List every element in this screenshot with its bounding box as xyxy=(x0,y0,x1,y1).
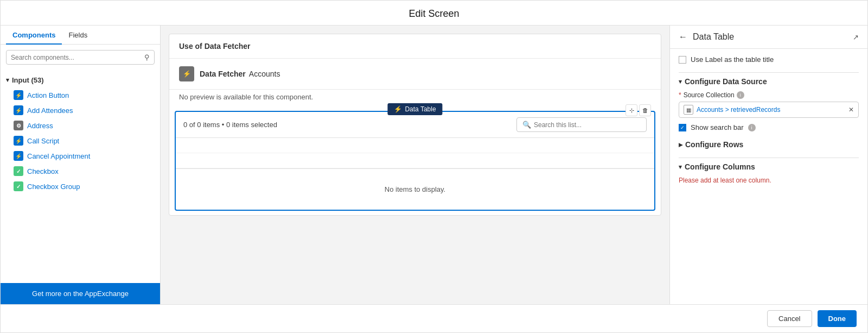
right-panel-content: Use Label as the table title ▾ Configure… xyxy=(670,49,867,304)
chevron-down-icon: ▾ xyxy=(679,164,682,171)
table-rows-area xyxy=(176,138,654,169)
list-item[interactable]: ⚙ Address xyxy=(1,118,160,133)
list-item[interactable]: ⚡ Cancel Appointment xyxy=(1,148,160,164)
data-table-label: ⚡ Data Table xyxy=(387,103,442,115)
search-list-input[interactable] xyxy=(534,121,641,129)
components-list: ▾ Input (53) ⚡ Action Button ⚡ Add Atten… xyxy=(1,70,160,283)
search-list-box[interactable]: 🔍 xyxy=(516,117,647,132)
show-search-bar-row: ✓ Show search bar i xyxy=(679,123,859,131)
show-search-bar-label: Show search bar xyxy=(691,123,744,131)
empty-row xyxy=(176,153,654,168)
tab-components[interactable]: Components xyxy=(6,26,62,45)
done-button[interactable]: Done xyxy=(818,310,857,327)
action-button-icon: ⚡ xyxy=(14,90,23,100)
right-panel: ← Data Table ↗ Use Label as the table ti… xyxy=(669,26,867,304)
use-label-checkbox[interactable] xyxy=(679,56,686,64)
right-panel-title: Data Table xyxy=(693,32,847,42)
data-table-header-row: 0 of 0 items • 0 items selected 🔍 xyxy=(176,112,654,138)
appexchange-banner[interactable]: Get more on the AppExchange xyxy=(1,283,160,304)
collection-value: Accounts > retrievedRecords xyxy=(697,106,845,114)
expand-icon[interactable]: ↗ xyxy=(853,33,859,41)
back-arrow-icon[interactable]: ← xyxy=(679,32,687,42)
list-item[interactable]: ⚡ Add Attendees xyxy=(1,103,160,118)
configure-columns-title[interactable]: ▾ Configure Columns xyxy=(679,162,859,171)
cancel-appointment-icon: ⚡ xyxy=(14,151,23,161)
divider xyxy=(679,158,859,158)
search-box[interactable]: ⚲ xyxy=(6,50,155,65)
data-table-toolbar: ⊹ 🗑 xyxy=(626,104,651,116)
list-item[interactable]: ✓ Checkbox xyxy=(1,164,160,179)
screen-section: Use of Data Fetcher ⚡ Data Fetcher Accou… xyxy=(169,34,661,216)
modal-title: Edit Screen xyxy=(409,8,459,19)
required-star: * xyxy=(679,91,681,99)
configure-columns-error: Please add at least one column. xyxy=(679,177,859,184)
search-icon: ⚲ xyxy=(144,53,150,61)
modal-container: Edit Screen Components Fields ⚲ xyxy=(0,0,868,333)
chevron-down-icon: ▾ xyxy=(679,78,682,85)
chevron-down-icon: ▾ xyxy=(6,77,9,84)
configure-data-source: ▾ Configure Data Source * Source Collect… xyxy=(679,77,859,131)
no-items-text: No items to display. xyxy=(176,169,654,210)
data-table-wrapper: ⚡ Data Table ⊹ 🗑 0 of 0 items • 0 xyxy=(175,111,655,211)
center-panel: Use of Data Fetcher ⚡ Data Fetcher Accou… xyxy=(161,26,669,304)
delete-icon[interactable]: 🗑 xyxy=(639,104,651,116)
search-input[interactable] xyxy=(11,54,144,61)
tab-fields[interactable]: Fields xyxy=(62,26,94,45)
left-panel-tabs: Components Fields xyxy=(1,26,160,45)
show-search-bar-info-icon[interactable]: i xyxy=(748,124,756,131)
data-table-container[interactable]: ⊹ 🗑 0 of 0 items • 0 items selected 🔍 xyxy=(175,111,655,211)
category-input[interactable]: ▾ Input (53) xyxy=(1,73,160,87)
chevron-right-icon: ▸ xyxy=(679,140,682,149)
data-fetcher-row: ⚡ Data Fetcher Accounts xyxy=(169,59,661,90)
canvas-area: Use of Data Fetcher ⚡ Data Fetcher Accou… xyxy=(161,26,669,304)
show-search-bar-checkbox[interactable]: ✓ xyxy=(679,124,686,131)
move-icon[interactable]: ⊹ xyxy=(626,104,637,116)
right-panel-header: ← Data Table ↗ xyxy=(670,26,867,49)
section-header: Use of Data Fetcher xyxy=(169,34,661,59)
divider xyxy=(679,72,859,73)
source-collection-info-icon[interactable]: i xyxy=(737,91,744,99)
empty-row xyxy=(176,138,654,153)
modal-body: Components Fields ⚲ ▾ Input (53) xyxy=(1,26,867,304)
configure-columns-section: ▾ Configure Columns Please add at least … xyxy=(679,162,859,184)
address-icon: ⚙ xyxy=(14,121,23,130)
source-collection-label: * Source Collection i xyxy=(679,91,859,99)
call-script-icon: ⚡ xyxy=(14,136,23,146)
checkbox-icon: ✓ xyxy=(14,166,23,176)
configure-data-source-title[interactable]: ▾ Configure Data Source xyxy=(679,77,859,86)
configure-rows-title[interactable]: ▸ Configure Rows xyxy=(679,140,859,149)
remove-collection-icon[interactable]: ✕ xyxy=(848,106,854,114)
use-label-row: Use Label as the table title xyxy=(679,55,859,64)
checkbox-group-icon: ✓ xyxy=(14,181,23,191)
cancel-button[interactable]: Cancel xyxy=(767,310,812,327)
data-fetcher-icon: ⚡ xyxy=(179,66,194,81)
collection-table-icon: ▦ xyxy=(684,105,693,115)
modal-footer: Cancel Done xyxy=(1,304,867,332)
list-item[interactable]: ⚡ Call Script xyxy=(1,133,160,148)
data-table-lightning-icon: ⚡ xyxy=(394,105,402,113)
list-item[interactable]: ⚡ Action Button xyxy=(1,87,160,103)
list-item[interactable]: ✓ Checkbox Group xyxy=(1,179,160,194)
source-collection-input[interactable]: ▦ Accounts > retrievedRecords ✕ xyxy=(679,102,859,118)
search-list-icon: 🔍 xyxy=(522,121,531,129)
items-count: 0 of 0 items • 0 items selected xyxy=(183,121,277,129)
modal-header: Edit Screen xyxy=(1,1,867,26)
left-panel: Components Fields ⚲ ▾ Input (53) xyxy=(1,26,161,304)
use-label-text: Use Label as the table title xyxy=(691,55,774,64)
add-attendees-icon: ⚡ xyxy=(14,105,23,115)
configure-rows-section: ▸ Configure Rows xyxy=(679,140,859,149)
